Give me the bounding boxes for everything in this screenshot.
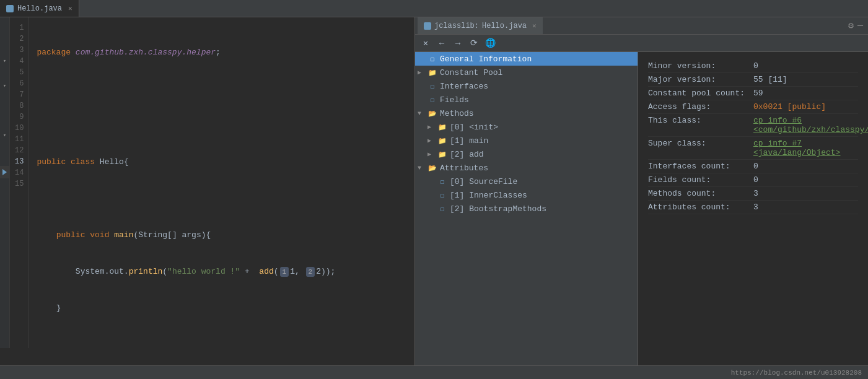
tree-item-attr-sourcefile[interactable]: ◻ [0] SourceFile <box>415 175 638 188</box>
info-value-accessflags: 0x0021 [public] <box>753 102 826 111</box>
code-line-7: System.out.println("hello world !" + add… <box>37 266 407 278</box>
tree-folder-icon-attributes: 📂 <box>427 163 437 173</box>
globe-button[interactable]: 🌐 <box>483 37 497 50</box>
info-label-fieldscount: Fields count: <box>648 175 753 185</box>
jclasslib-tab-close[interactable]: ✕ <box>532 22 537 30</box>
info-row-cpcount: Constant pool count: 59 <box>648 87 858 100</box>
line-num-5: 5 <box>15 67 24 78</box>
tree-folder-icon-main: 📁 <box>437 136 447 146</box>
gutter-line-14 <box>0 178 9 191</box>
refresh-button[interactable]: ⟳ <box>467 37 481 50</box>
tree-item-interfaces[interactable]: ◻ Interfaces <box>415 79 638 93</box>
jclasslib-tab-bar: jclasslib: Hello.java ✕ ⚙ — <box>415 17 868 35</box>
info-value-thisclass[interactable]: cp_info #6 <com/github/zxh/classpy/ <box>753 116 868 134</box>
line-num-3: 3 <box>15 45 24 56</box>
info-label-major: Major version: <box>648 75 753 84</box>
code-line-1: package com.github.zxh.classpy.helper; <box>37 46 407 59</box>
tree-label-constant-pool: Constant Pool <box>440 68 502 77</box>
tree-expand-add[interactable]: ▶ <box>427 150 435 158</box>
info-value-superclass[interactable]: cp_info #7 <java/lang/Object> <box>753 139 858 157</box>
tree-file-icon-interfaces: ◻ <box>427 81 437 91</box>
tree-item-attr-bootstrapmethods[interactable]: ◻ [2] BootstrapMethods <box>415 202 638 216</box>
info-row-accessflags: Access flags: 0x0021 [public] <box>648 100 858 114</box>
fold-icon-10[interactable]: ▾ <box>3 132 6 139</box>
info-label-methodscount: Methods count: <box>648 189 753 198</box>
editor-tab-close[interactable]: ✕ <box>68 4 72 12</box>
info-label-accessflags: Access flags: <box>648 102 753 111</box>
fold-icon-6[interactable]: ▾ <box>3 82 6 89</box>
line-num-8: 8 <box>15 100 24 111</box>
tree-expand-main[interactable]: ▶ <box>427 137 435 144</box>
fold-icon-4[interactable]: ▾ <box>3 58 6 64</box>
info-value-ifcount: 0 <box>753 162 758 171</box>
tree-label-sourcefile: [0] SourceFile <box>450 177 517 186</box>
forward-button[interactable]: → <box>451 37 465 50</box>
tree-expand-attributes[interactable]: ▼ <box>418 165 425 172</box>
line-num-9: 9 <box>15 111 24 123</box>
info-label-ifcount: Interfaces count: <box>648 162 753 171</box>
inline-badge-2: 2 <box>306 267 315 277</box>
tree-item-constant-pool[interactable]: ▶ 📁 Constant Pool <box>415 66 638 79</box>
info-row-major: Major version: 55 [11] <box>648 73 858 87</box>
gutter-line-2 <box>0 30 9 42</box>
tree-expand-constant-pool[interactable]: ▶ <box>418 69 425 76</box>
tree-panel: ◻ General Information ▶ 📁 Constant Pool … <box>415 52 638 365</box>
line-num-4: 4 <box>15 56 24 67</box>
line-num-2: 2 <box>15 33 24 45</box>
line-num-11: 11 <box>15 134 24 145</box>
gutter-line-5 <box>0 67 9 79</box>
tree-item-methods-add[interactable]: ▶ 📁 [2] add <box>415 147 638 161</box>
tree-item-general-information[interactable]: ◻ General Information <box>415 52 638 66</box>
java-file-icon <box>6 5 14 12</box>
info-value-major: 55 [11] <box>753 75 787 84</box>
tree-folder-icon-init: 📁 <box>437 122 447 132</box>
tree-label-interfaces: Interfaces <box>440 82 488 91</box>
gutter-line-6: ▾ <box>0 79 9 92</box>
tree-label-bootstrapmethods: [2] BootstrapMethods <box>450 204 546 214</box>
tree-file-icon-general: ◻ <box>427 54 437 64</box>
tree-label-innerclasses: [1] InnerClasses <box>450 191 527 200</box>
gutter-line-9 <box>0 116 9 129</box>
back-button[interactable]: ← <box>435 37 449 50</box>
tree-expand-init[interactable]: ▶ <box>427 123 435 131</box>
tree-expand-methods[interactable]: ▼ <box>418 110 425 117</box>
tree-item-attr-innerclasses[interactable]: ◻ [1] InnerClasses <box>415 188 638 202</box>
line-num-12: 12 <box>15 145 24 156</box>
gutter-line-12 <box>0 154 9 166</box>
jclasslib-tab[interactable]: jclasslib: Hello.java ✕ <box>418 17 543 34</box>
tree-label-fields: Fields <box>440 95 469 105</box>
info-value-fieldscount: 0 <box>753 175 758 185</box>
tree-label-attributes: Attributes <box>440 163 488 173</box>
keyword-package: package <box>37 46 75 59</box>
gutter-line-8 <box>0 104 9 116</box>
editor-tab-hello[interactable]: Hello.java ✕ <box>0 0 79 17</box>
editor-tab-label: Hello.java <box>17 4 62 13</box>
tree-item-methods-main[interactable]: ▶ 📁 [1] main <box>415 134 638 147</box>
code-line-8: } <box>37 302 407 315</box>
info-label-attrcount: Attributes count: <box>648 203 753 212</box>
gutter-line-13[interactable] <box>0 166 9 178</box>
tree-label-methods: Methods <box>440 109 474 118</box>
settings-icon[interactable]: ⚙ <box>848 20 854 32</box>
top-right-icons: ⚙ — <box>848 20 868 32</box>
close-button[interactable]: ✕ <box>419 37 432 50</box>
tree-item-methods[interactable]: ▼ 📂 Methods <box>415 107 638 120</box>
tree-label-main: [1] main <box>450 136 488 146</box>
gutter-line-7 <box>0 92 9 104</box>
jclasslib-body: ◻ General Information ▶ 📁 Constant Pool … <box>415 52 868 365</box>
tree-item-methods-init[interactable]: ▶ 📁 [0] <init> <box>415 120 638 134</box>
info-panel: Minor version: 0 Major version: 55 [11] … <box>638 52 868 365</box>
info-label-minor: Minor version: <box>648 61 753 71</box>
tree-item-fields[interactable]: ◻ Fields <box>415 93 638 107</box>
jclasslib-file-icon <box>424 22 431 30</box>
minimize-icon[interactable]: — <box>857 20 863 31</box>
tree-file-icon-sourcefile: ◻ <box>437 176 447 186</box>
info-row-methodscount: Methods count: 3 <box>648 187 858 201</box>
line-num-1: 1 <box>15 22 24 33</box>
code-line-6: public void main(String[] args){ <box>37 229 407 242</box>
tree-item-attributes[interactable]: ▼ 📂 Attributes <box>415 161 638 175</box>
code-area: ▾ ▾ ▾ <box>0 17 414 348</box>
line-num-7: 7 <box>15 89 24 100</box>
code-line-2 <box>37 83 407 95</box>
code-content[interactable]: package com.github.zxh.classpy.helper; p… <box>29 17 414 348</box>
